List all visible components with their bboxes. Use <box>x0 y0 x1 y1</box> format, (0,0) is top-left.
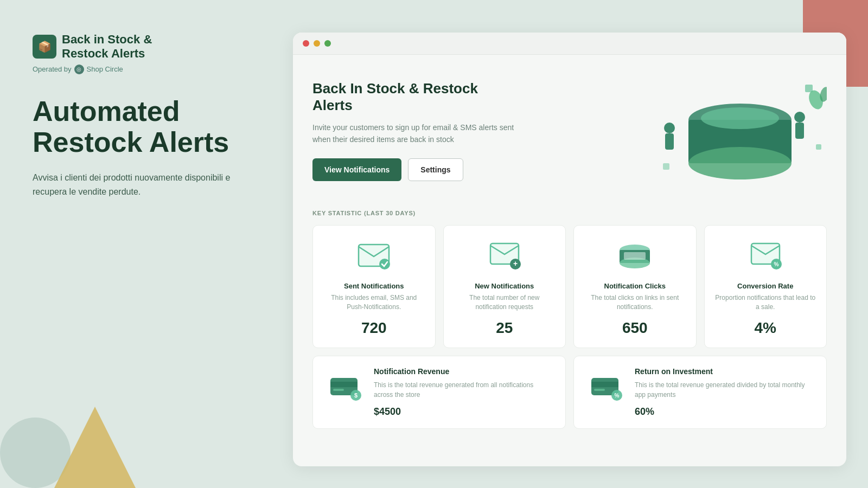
conversion-rate-desc: Proportion notifications that lead to a … <box>714 293 817 312</box>
stat-bottom-revenue-text: Notification Revenue This is the total r… <box>374 367 552 418</box>
app-content: Back In Stock & Restock Alerts Invite yo… <box>293 55 846 464</box>
svg-rect-10 <box>663 163 669 170</box>
deco-triangle <box>54 407 136 488</box>
stat-card-new: + New Notifications The total number of … <box>443 225 566 348</box>
svg-text:%: % <box>614 393 619 399</box>
chrome-dot-green[interactable] <box>324 40 331 47</box>
stat-card-revenue: $ Notification Revenue This is the total… <box>312 356 566 429</box>
svg-rect-9 <box>816 144 821 150</box>
notification-revenue-desc: This is the total revenue generated from… <box>374 380 552 400</box>
svg-point-14 <box>379 259 390 269</box>
stat-bottom-roi-text: Return on Investment This is the total r… <box>635 367 813 418</box>
hero-text: Back In Stock & Restock Alerts Invite yo… <box>312 80 519 182</box>
window-chrome <box>293 33 846 55</box>
svg-rect-7 <box>795 123 804 139</box>
notification-clicks-title: Notification Clicks <box>584 282 686 290</box>
svg-text:%: % <box>774 261 778 267</box>
main-window: Back In Stock & Restock Alerts Invite yo… <box>293 33 846 466</box>
svg-rect-5 <box>665 133 674 150</box>
stats-label: KEY STATISTIC (LAST 30 DAYS) <box>312 210 827 216</box>
svg-rect-32 <box>594 389 605 391</box>
stat-card-clicks: Notification Clicks The total clicks on … <box>573 225 697 348</box>
svg-rect-21 <box>624 252 646 260</box>
app-description: Invite your customers to sign up for ema… <box>312 121 519 146</box>
settings-button[interactable]: Settings <box>408 158 463 181</box>
sent-notifications-title: Sent Notifications <box>323 282 425 290</box>
new-notifications-title: New Notifications <box>454 282 556 290</box>
notification-revenue-title: Notification Revenue <box>374 367 552 376</box>
roi-desc: This is the total revenue generated divi… <box>635 380 813 400</box>
sent-notifications-icon <box>355 236 393 274</box>
stat-card-roi: % Return on Investment This is the total… <box>573 356 827 429</box>
notification-revenue-icon: $ <box>326 367 364 405</box>
stat-card-sent: Sent Notifications This includes email, … <box>312 225 436 348</box>
svg-text:+: + <box>513 259 518 268</box>
svg-rect-31 <box>591 382 618 387</box>
svg-point-3 <box>701 107 779 129</box>
sub-text: Avvisa i clienti dei prodotti nuovamente… <box>33 171 250 198</box>
conversion-rate-value: 4% <box>714 319 817 337</box>
new-notifications-icon: + <box>486 236 524 274</box>
svg-point-6 <box>794 112 805 123</box>
svg-rect-8 <box>805 85 813 92</box>
notification-clicks-icon <box>616 236 654 274</box>
roi-icon: % <box>587 367 625 405</box>
svg-rect-27 <box>333 389 344 391</box>
view-notifications-button[interactable]: View Notifications <box>312 158 401 181</box>
main-heading: Automated Restock Alerts <box>33 96 250 158</box>
chrome-dot-yellow[interactable] <box>314 40 320 47</box>
logo-area: 📦 Back in Stock & Restock Alerts <box>33 33 250 61</box>
hero-svg <box>653 74 827 188</box>
svg-rect-26 <box>330 382 358 387</box>
roi-value: 60% <box>635 406 813 418</box>
new-notifications-desc: The total number of new notification req… <box>454 293 556 312</box>
sent-notifications-desc: This includes email, SMS and Push-Notifi… <box>323 293 425 312</box>
hero-section: Back In Stock & Restock Alerts Invite yo… <box>312 71 827 190</box>
stats-grid-bottom: $ Notification Revenue This is the total… <box>312 356 827 429</box>
btn-group: View Notifications Settings <box>312 158 519 181</box>
app-title: Back In Stock & Restock Alerts <box>312 80 519 114</box>
hero-illustration <box>653 74 827 188</box>
logo-icon: 📦 <box>33 35 56 59</box>
left-panel: 📦 Back in Stock & Restock Alerts Operate… <box>0 0 282 488</box>
conversion-rate-title: Conversion Rate <box>714 282 817 290</box>
shop-circle-icon: ◎ <box>74 65 84 74</box>
stat-card-conversion: % Conversion Rate Proportion notificatio… <box>704 225 827 348</box>
sent-notifications-value: 720 <box>323 319 425 337</box>
svg-text:$: $ <box>354 392 357 399</box>
roi-title: Return on Investment <box>635 367 813 376</box>
svg-point-4 <box>664 123 675 133</box>
notification-clicks-value: 650 <box>584 319 686 337</box>
conversion-rate-icon: % <box>746 236 784 274</box>
stats-grid-top: Sent Notifications This includes email, … <box>312 225 827 348</box>
operated-by: Operated by ◎ Shop Circle <box>33 65 250 74</box>
logo-title: Back in Stock & Restock Alerts <box>62 33 152 61</box>
new-notifications-value: 25 <box>454 319 556 337</box>
notification-revenue-value: $4500 <box>374 406 552 418</box>
chrome-dot-red[interactable] <box>303 40 309 47</box>
notification-clicks-desc: The total clicks on links in sent notifi… <box>584 293 686 312</box>
svg-point-2 <box>688 147 792 179</box>
